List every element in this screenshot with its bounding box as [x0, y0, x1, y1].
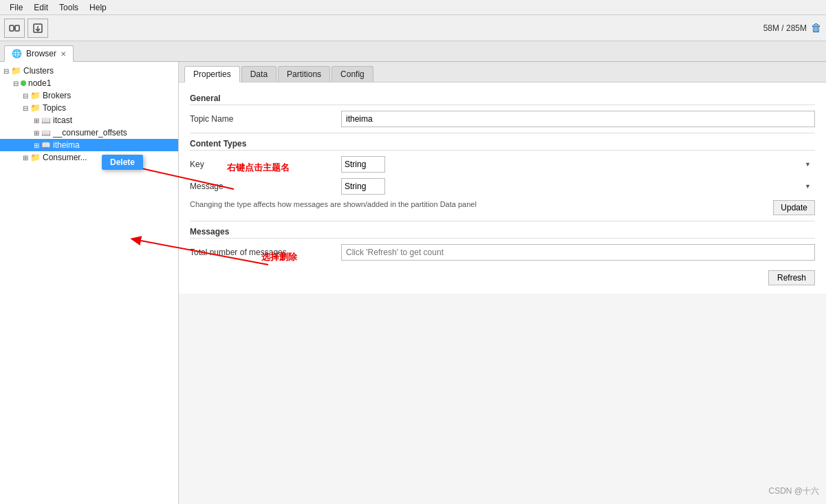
- label-topics: Topics: [43, 103, 66, 113]
- label-key: Key: [190, 160, 341, 169]
- memory-display: 58M / 285M 🗑: [763, 22, 822, 34]
- tab-config[interactable]: Config: [332, 66, 373, 82]
- toolbar: 58M / 285M 🗑: [0, 15, 826, 41]
- section-content-types: Content Types: [190, 139, 815, 151]
- menu-edit[interactable]: Edit: [28, 1, 54, 14]
- folder-brokers-icon: 📁: [30, 91, 41, 100]
- folder-topics-icon: 📁: [30, 103, 41, 113]
- browser-icon: 🌐: [12, 49, 22, 58]
- expand-brokers[interactable]: ⊟: [21, 92, 30, 100]
- sidebar-tree: ⊟ 📁 Clusters ⊟ node1 ⊟ 📁 Brokers ⊟ 📁 Top…: [0, 62, 179, 504]
- row-total-messages: Total number of messages: [190, 244, 815, 261]
- section-general: General: [190, 94, 815, 105]
- input-topic-name[interactable]: [341, 111, 815, 127]
- svg-rect-1: [15, 25, 19, 31]
- tree-itheima[interactable]: ⊞ 📖 itheima: [0, 139, 178, 151]
- tab-partitions[interactable]: Partitions: [278, 66, 330, 82]
- tree-topics[interactable]: ⊟ 📁 Topics: [0, 102, 178, 114]
- row-hint: Changing the type affects how messages a…: [190, 200, 815, 215]
- tree-itcast[interactable]: ⊞ 📖 itcast: [0, 114, 178, 127]
- tree-brokers[interactable]: ⊟ 📁 Brokers: [0, 89, 178, 102]
- refresh-button[interactable]: Refresh: [768, 270, 815, 285]
- context-menu-delete[interactable]: Delete: [102, 155, 143, 170]
- label-itcast: itcast: [53, 116, 72, 125]
- book-itcast-icon: 📖: [41, 116, 51, 125]
- row-key: Key String JSON Integer: [190, 156, 815, 173]
- toolbar-btn-import[interactable]: [28, 19, 48, 38]
- clear-icon[interactable]: 🗑: [811, 22, 822, 34]
- label-message: Message: [190, 182, 341, 191]
- menu-file[interactable]: File: [4, 1, 28, 14]
- select-message[interactable]: String JSON Integer: [341, 178, 385, 195]
- expand-clusters[interactable]: ⊟: [1, 67, 11, 75]
- main-layout: ⊟ 📁 Clusters ⊟ node1 ⊟ 📁 Brokers ⊟ 📁 Top…: [0, 62, 826, 504]
- svg-rect-0: [10, 25, 14, 31]
- menubar: File Edit Tools Help: [0, 0, 826, 15]
- folder-consumer-icon: 📁: [30, 153, 41, 162]
- book-consumer-offsets-icon: 📖: [41, 129, 51, 138]
- menu-tools[interactable]: Tools: [54, 1, 84, 14]
- tree-clusters[interactable]: ⊟ 📁 Clusters: [0, 65, 178, 77]
- tree-consumer-offsets[interactable]: ⊞ 📖 __consumer_offsets: [0, 127, 178, 139]
- book-itheima-icon: 📖: [41, 141, 51, 150]
- dot-node1: [21, 80, 26, 86]
- row-topic-name: Topic Name: [190, 111, 815, 127]
- select-wrapper-key: String JSON Integer: [341, 156, 815, 173]
- select-wrapper-message: String JSON Integer: [341, 178, 815, 195]
- expand-itheima[interactable]: ⊞: [32, 142, 41, 149]
- tabbar: 🌐 Browser ✕: [0, 41, 826, 62]
- tab-data[interactable]: Data: [241, 66, 276, 82]
- hint-text: Changing the type affects how messages a…: [190, 200, 773, 208]
- expand-consumer-offsets[interactable]: ⊞: [32, 129, 41, 137]
- label-total-messages: Total number of messages: [190, 248, 341, 257]
- label-brokers: Brokers: [43, 91, 71, 100]
- input-total-messages: [341, 244, 815, 261]
- label-itheima: itheima: [53, 140, 80, 150]
- expand-consumer-groups[interactable]: ⊞: [21, 154, 30, 162]
- refresh-row: Refresh: [190, 266, 815, 285]
- content-area: Properties Data Partitions Config Genera…: [179, 62, 826, 504]
- select-key[interactable]: String JSON Integer: [341, 156, 385, 173]
- tab-properties[interactable]: Properties: [184, 66, 240, 83]
- label-consumer-offsets: __consumer_offsets: [53, 128, 127, 138]
- expand-itcast[interactable]: ⊞: [32, 117, 41, 124]
- tab-close-icon[interactable]: ✕: [61, 50, 66, 58]
- label-node1: node1: [28, 78, 51, 88]
- expand-node1[interactable]: ⊟: [11, 80, 21, 87]
- toolbar-btn-connect[interactable]: [4, 19, 25, 38]
- section-messages: Messages: [190, 227, 815, 239]
- tab-browser[interactable]: 🌐 Browser ✕: [4, 45, 74, 62]
- folder-clusters-icon: 📁: [11, 66, 21, 76]
- menu-help[interactable]: Help: [84, 1, 112, 14]
- expand-topics[interactable]: ⊟: [21, 105, 30, 112]
- property-tabs: Properties Data Partitions Config: [179, 62, 826, 83]
- tree-node1[interactable]: ⊟ node1: [0, 77, 178, 89]
- update-button[interactable]: Update: [773, 200, 815, 215]
- watermark: CSDN @十六: [768, 485, 819, 497]
- label-clusters: Clusters: [23, 66, 54, 76]
- label-consumer-groups: Consumer...: [43, 153, 87, 162]
- tree-consumer-groups[interactable]: ⊞ 📁 Consumer...: [0, 151, 178, 164]
- properties-panel: General Topic Name Content Types Key Str…: [179, 83, 826, 294]
- label-topic-name: Topic Name: [190, 114, 341, 124]
- row-message: Message String JSON Integer: [190, 178, 815, 195]
